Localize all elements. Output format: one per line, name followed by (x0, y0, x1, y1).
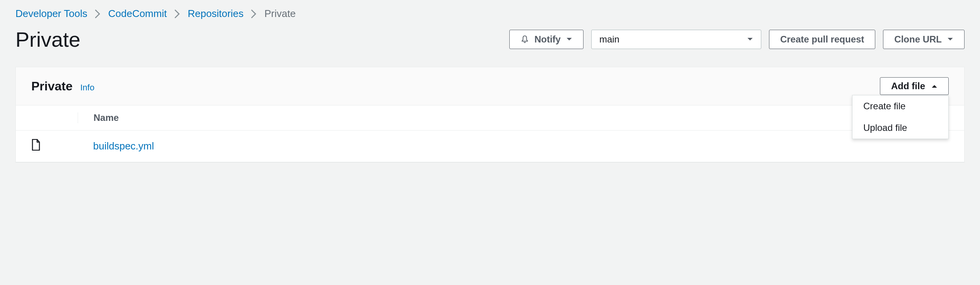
create-pull-request-button[interactable]: Create pull request (769, 30, 875, 49)
file-link[interactable]: buildspec.yml (93, 140, 154, 152)
branch-select[interactable]: main (591, 30, 761, 49)
breadcrumb-current: Private (264, 8, 296, 20)
panel-title-group: Private Info (31, 79, 94, 93)
breadcrumb-link-repositories[interactable]: Repositories (188, 8, 244, 20)
chevron-right-icon (95, 10, 100, 18)
repo-panel: Private Info Add file Create file Upload… (15, 67, 965, 162)
caret-down-icon (947, 37, 953, 42)
clone-url-label: Clone URL (894, 34, 942, 45)
dropdown-item-upload-file[interactable]: Upload file (852, 117, 948, 139)
dropdown-item-create-file[interactable]: Create file (852, 95, 948, 117)
breadcrumb-link-codecommit[interactable]: CodeCommit (108, 8, 167, 20)
header-actions: Notify main Create pull request Clone UR… (509, 30, 965, 49)
notify-label: Notify (534, 34, 561, 45)
file-icon (31, 139, 41, 151)
table-header: Name (16, 105, 964, 131)
branch-name: main (599, 34, 619, 45)
bell-icon (521, 35, 529, 44)
col-name-header: Name (78, 112, 949, 123)
caret-down-icon (566, 37, 572, 42)
caret-up-icon (931, 84, 937, 88)
clone-url-button[interactable]: Clone URL (883, 30, 965, 49)
add-file-wrap: Add file Create file Upload file (880, 77, 949, 95)
caret-down-icon (747, 37, 753, 42)
add-file-button[interactable]: Add file (880, 77, 949, 95)
panel-header: Private Info Add file Create file Upload… (16, 67, 964, 105)
breadcrumb: Developer Tools CodeCommit Repositories … (15, 8, 965, 20)
add-file-label: Add file (891, 81, 925, 92)
page-header: Private Notify main Create pull request … (15, 27, 965, 51)
file-icon-cell (31, 139, 78, 153)
notify-button[interactable]: Notify (509, 30, 584, 49)
breadcrumb-link-devtools[interactable]: Developer Tools (15, 8, 87, 20)
table-row: buildspec.yml (16, 131, 964, 162)
chevron-right-icon (251, 10, 257, 18)
page-title: Private (15, 27, 80, 51)
panel-title: Private (31, 79, 73, 93)
add-file-dropdown: Create file Upload file (852, 95, 949, 139)
chevron-right-icon (175, 10, 180, 18)
create-pr-label: Create pull request (780, 34, 864, 45)
info-link[interactable]: Info (80, 83, 95, 93)
